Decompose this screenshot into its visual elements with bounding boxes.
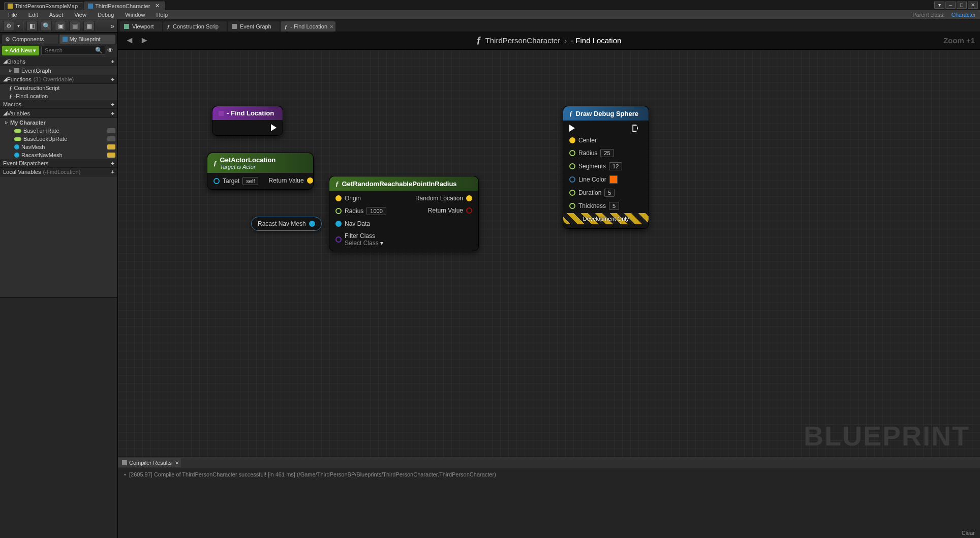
menu-help[interactable]: Help xyxy=(151,11,173,18)
close-icon[interactable]: ✕ xyxy=(155,3,160,9)
menu-edit[interactable]: Edit xyxy=(23,11,43,18)
tool-button[interactable]: ▣ xyxy=(55,21,66,31)
pin-default[interactable]: 1000 xyxy=(366,207,386,215)
chevron-right-icon[interactable]: » xyxy=(110,22,114,30)
plus-icon[interactable]: + xyxy=(111,169,114,175)
close-icon[interactable]: ✕ xyxy=(329,24,333,29)
eye-icon[interactable] xyxy=(107,144,115,150)
node-function-entry[interactable]: - Find Location xyxy=(212,106,283,136)
pin-default[interactable]: 25 xyxy=(600,149,614,157)
node-getrandompoint[interactable]: ƒ GetRandomReachablePointInRadius Origin… xyxy=(329,176,479,251)
menu-file[interactable]: File xyxy=(3,11,22,18)
eye-icon[interactable] xyxy=(107,153,115,158)
object-pin[interactable] xyxy=(309,221,315,227)
vector-pin[interactable] xyxy=(335,195,342,201)
window-close-button[interactable]: ✕ xyxy=(968,2,978,9)
plus-icon[interactable]: + xyxy=(111,110,114,116)
plus-icon[interactable]: + xyxy=(111,101,114,107)
pin-default[interactable]: 5 xyxy=(604,189,615,197)
tree-item-constructionscript[interactable]: ƒ ConstructionScript xyxy=(0,84,117,92)
tab-construction[interactable]: ƒ Construction Scrip xyxy=(163,21,227,32)
back-button[interactable]: ◄ xyxy=(123,35,136,45)
exec-in-pin[interactable] xyxy=(569,125,575,132)
plus-icon[interactable]: + xyxy=(111,76,114,82)
eye-icon[interactable]: 👁 xyxy=(107,47,115,54)
tab-my-blueprint[interactable]: My Blueprint xyxy=(59,35,116,44)
tab-viewport[interactable]: Viewport xyxy=(120,21,162,32)
tab-findlocation[interactable]: ƒ - Find Location ✕ xyxy=(281,21,335,32)
settings-button[interactable]: ⚙ xyxy=(3,21,14,31)
window-tab-bp[interactable]: ThirdPersonCharacter ✕ xyxy=(84,2,165,10)
tree-item-findlocation[interactable]: ƒ -FindLocation xyxy=(0,92,117,100)
plus-icon[interactable]: + xyxy=(111,160,114,166)
tab-compiler-results[interactable]: Compiler Results ✕ xyxy=(118,458,181,467)
tree-item-var[interactable]: RacastNavMesh xyxy=(0,151,117,159)
tree-item-var[interactable]: NavMesh xyxy=(0,143,117,151)
zoom-label: Zoom +1 xyxy=(943,36,975,45)
pin-default[interactable]: 5 xyxy=(609,202,619,210)
window-extra-button[interactable]: ▾ xyxy=(934,2,944,9)
float-pin[interactable] xyxy=(335,208,342,214)
menu-asset[interactable]: Asset xyxy=(44,11,69,18)
section-locals[interactable]: Local Variables (-FindLocation) + xyxy=(0,168,117,176)
tree-item-var[interactable]: BaseLookUpRate xyxy=(0,135,117,143)
float-pin[interactable] xyxy=(569,190,575,196)
section-dispatchers[interactable]: Event Dispatchers + xyxy=(0,159,117,168)
node-getactorlocation[interactable]: ƒ GetActorLocation Target is Actor Targe… xyxy=(207,153,314,190)
close-icon[interactable]: ✕ xyxy=(175,460,179,466)
clear-button[interactable]: Clear xyxy=(962,530,975,536)
graph-canvas[interactable]: - Find Location ƒ GetActorLocation Targe… xyxy=(118,50,980,457)
tool-button[interactable]: ▦ xyxy=(83,21,95,31)
breadcrumb-asset[interactable]: ThirdPersonCharacter xyxy=(485,36,561,45)
node-variable-racastnavmesh[interactable]: Racast Nav Mesh xyxy=(251,217,322,231)
float-pin[interactable] xyxy=(569,150,575,156)
graph-nav: ◄ ► ƒ ThirdPersonCharacter › - Find Loca… xyxy=(118,32,980,50)
chevron-down-icon[interactable]: ▾ xyxy=(380,240,383,247)
exec-out-pin[interactable] xyxy=(271,124,277,131)
section-variables[interactable]: ◢ Variables + xyxy=(0,109,117,118)
bool-pin[interactable] xyxy=(466,207,472,214)
plus-icon[interactable]: + xyxy=(111,58,114,65)
dropdown-icon[interactable]: ▾ xyxy=(17,23,20,28)
add-new-button[interactable]: + Add New ▾ xyxy=(2,46,39,55)
section-macros[interactable]: Macros + xyxy=(0,100,117,109)
class-pin[interactable] xyxy=(335,236,342,243)
eye-icon[interactable] xyxy=(107,136,115,141)
float-pin[interactable] xyxy=(569,203,575,209)
pin-default[interactable]: 12 xyxy=(609,162,622,170)
eye-icon[interactable] xyxy=(107,128,115,133)
exec-out-pin[interactable] xyxy=(632,125,638,132)
color-pin[interactable] xyxy=(569,176,575,183)
window-tab-map[interactable]: ThirdPersonExampleMap xyxy=(4,2,83,10)
pin-default[interactable]: self xyxy=(242,177,258,185)
tool-button[interactable]: ◧ xyxy=(26,21,38,31)
forward-button[interactable]: ► xyxy=(138,35,151,45)
tree-group-mycharacter[interactable]: ▹ My Character xyxy=(0,118,117,127)
tool-button[interactable]: ▤ xyxy=(69,21,80,31)
vector-pin[interactable] xyxy=(466,195,472,201)
level-icon xyxy=(8,4,13,9)
object-pin[interactable] xyxy=(213,178,220,184)
window-min-button[interactable]: – xyxy=(945,2,956,9)
menu-window[interactable]: Window xyxy=(120,11,150,18)
node-drawdebugsphere[interactable]: ƒ Draw Debug Sphere Center Radius25 Segm… xyxy=(563,106,649,229)
object-pin[interactable] xyxy=(335,221,342,227)
menu-view[interactable]: View xyxy=(69,11,91,18)
tree-item-eventgraph[interactable]: ▹ EventGraph xyxy=(0,66,117,75)
int-pin[interactable] xyxy=(569,163,575,169)
tab-components[interactable]: ⚙ Components xyxy=(2,35,58,44)
tab-eventgraph[interactable]: Event Graph xyxy=(228,21,280,32)
parent-class-link[interactable]: Character xyxy=(952,12,976,18)
section-graphs[interactable]: ◢ Graphs + xyxy=(0,57,117,66)
vector-pin[interactable] xyxy=(307,177,313,184)
color-swatch[interactable] xyxy=(609,175,618,184)
vector-pin[interactable] xyxy=(569,137,575,143)
breadcrumb-func[interactable]: - Find Location xyxy=(571,36,621,45)
menu-debug[interactable]: Debug xyxy=(93,11,119,18)
tree-item-var[interactable]: BaseTurnRate xyxy=(0,127,117,135)
section-functions[interactable]: ◢ Functions (31 Overridable) + xyxy=(0,75,117,84)
search-input[interactable]: 🔍 xyxy=(41,46,105,55)
window-max-button[interactable]: □ xyxy=(957,2,967,9)
window-tab-label: ThirdPersonCharacter xyxy=(95,3,150,9)
search-icon[interactable]: 🔍 xyxy=(41,21,52,31)
